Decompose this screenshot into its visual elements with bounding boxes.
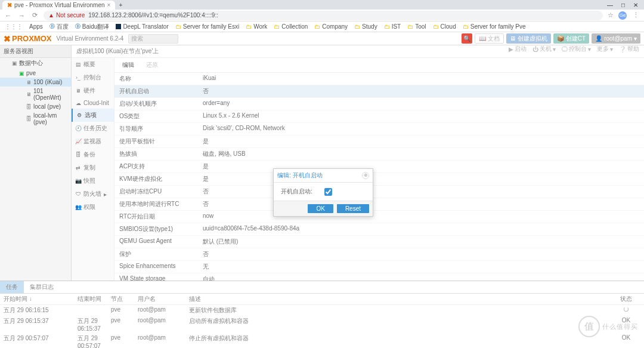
- option-key: Spice Enhancements: [119, 263, 203, 271]
- bookmark-item[interactable]: 🗀Study: [354, 23, 377, 30]
- start-button[interactable]: ▶ 启动: [509, 45, 527, 53]
- tree-vm-101[interactable]: 🖥101 (OpenWrt): [0, 87, 71, 102]
- nav-permissions[interactable]: 👥权限: [72, 201, 114, 214]
- option-row[interactable]: 名称iKuai: [114, 73, 644, 85]
- nav-backup[interactable]: 🗄备份: [72, 148, 114, 161]
- not-secure-badge: ▲ Not secure: [48, 12, 85, 19]
- window-maximize-icon[interactable]: □: [621, 2, 625, 8]
- apps-icon[interactable]: ⋮⋮⋮: [5, 23, 23, 30]
- user-menu[interactable]: 👤 root@pam ▾: [592, 33, 640, 44]
- autostart-checkbox[interactable]: [324, 188, 332, 196]
- option-row[interactable]: ACPI支持是: [114, 161, 644, 173]
- tree-node[interactable]: ▣pve: [0, 69, 71, 78]
- bookmark-item[interactable]: 🗀Cloud: [433, 23, 456, 30]
- help-button[interactable]: ❔ 帮助: [619, 45, 639, 53]
- browser-tab[interactable]: ✖ pve - Proxmox Virtual Environmen ×: [2, 1, 115, 10]
- window-minimize-icon[interactable]: —: [607, 2, 613, 8]
- option-key: QEMU Guest Agent: [119, 238, 203, 246]
- col-end[interactable]: 结束时间: [78, 295, 111, 303]
- bookmark-item[interactable]: 🗀Server for family Pve: [463, 23, 526, 30]
- option-row[interactable]: 使用平板指针是: [114, 135, 644, 148]
- option-value: uuid=ca8006f4-7c5e-438d-8590-84a: [203, 225, 299, 233]
- option-value: 否: [203, 200, 209, 208]
- log-row[interactable]: 五月 29 06:15:37五月 29 06:15:37pveroot@pam启…: [0, 316, 644, 333]
- nav-forward-icon[interactable]: →: [17, 12, 26, 19]
- dialog-close-icon[interactable]: ⊗: [362, 172, 369, 179]
- nav-summary[interactable]: ▤概要: [72, 58, 114, 71]
- nav-replication[interactable]: ⇄复制: [72, 161, 114, 174]
- bookmark-item[interactable]: Apps: [29, 23, 43, 30]
- window-close-icon[interactable]: ✕: [633, 2, 638, 8]
- nav-monitor[interactable]: 📈监视器: [72, 135, 114, 148]
- bookmark-item[interactable]: 🗀Tool: [407, 23, 426, 30]
- nav-reload-icon[interactable]: ⟳: [31, 11, 39, 19]
- bookmark-item[interactable]: ⒷBaidu翻译: [75, 23, 110, 31]
- nav-snapshot[interactable]: 📷快照: [72, 174, 114, 187]
- option-row[interactable]: 使用本地时间进行RTC否: [114, 198, 644, 211]
- tree-storage-local-lvm[interactable]: 🗄local-lvm (pve): [0, 111, 71, 127]
- log-row[interactable]: 五月 29 00:57:07五月 29 00:57:07pveroot@pam停…: [0, 333, 644, 348]
- option-row[interactable]: OS类型Linux 5.x - 2.6 Kernel: [114, 110, 644, 123]
- bookmark-item[interactable]: 🗀IST: [384, 23, 401, 30]
- tab-cluster-log[interactable]: 集群日志: [24, 281, 60, 293]
- nav-hardware[interactable]: 🖥硬件: [72, 84, 114, 97]
- shutdown-button[interactable]: ⏻ 关机 ▾: [532, 45, 556, 53]
- log-row[interactable]: 五月 29 06:16:15pveroot@pam更新软件包数据库: [0, 305, 644, 316]
- option-row[interactable]: Spice Enhancements无: [114, 261, 644, 273]
- option-value: 否: [203, 250, 209, 258]
- bookmark-item[interactable]: 🗀Work: [246, 23, 267, 30]
- nav-back-icon[interactable]: ←: [4, 12, 13, 19]
- option-row[interactable]: 引导顺序Disk 'scsi0', CD-ROM, Network: [114, 123, 644, 135]
- new-tab-button[interactable]: +: [115, 2, 126, 8]
- nav-console[interactable]: ›_控制台: [72, 71, 114, 84]
- close-icon[interactable]: ×: [107, 2, 111, 8]
- option-row[interactable]: 启动/关机顺序order=any: [114, 98, 644, 110]
- create-ct-button[interactable]: 📦 创建CT: [553, 33, 589, 44]
- nav-cloudinit[interactable]: ☁Cloud-Init: [72, 97, 114, 109]
- bookmark-item[interactable]: 🗀Server for family Esxi: [175, 23, 239, 30]
- more-button[interactable]: 更多 ▾: [597, 45, 613, 53]
- vm-action-bar: ▶ 启动 ⏻ 关机 ▾ 🖵 控制台 ▾ 更多 ▾ ❔ 帮助: [509, 45, 639, 53]
- menu-icon[interactable]: ⋮: [631, 11, 640, 19]
- col-start[interactable]: 开始时间 ↓: [0, 295, 78, 303]
- option-row[interactable]: 保护否: [114, 248, 644, 261]
- bookmark-item[interactable]: Ⓑ百度: [49, 23, 69, 31]
- option-row[interactable]: 启动时冻结CPU否: [114, 186, 644, 198]
- option-key: KVM硬件虚拟化: [119, 175, 203, 183]
- option-row[interactable]: QEMU Guest Agent默认 (已禁用): [114, 236, 644, 248]
- col-status[interactable]: 状态: [608, 295, 644, 303]
- option-row[interactable]: RTC开始日期now: [114, 211, 644, 223]
- console-button[interactable]: 🖵 控制台 ▾: [562, 45, 591, 53]
- dialog-title: 编辑: 开机自启动: [277, 171, 323, 180]
- bookmark-star-icon[interactable]: ☆: [608, 11, 614, 19]
- col-desc[interactable]: 描述: [189, 295, 608, 303]
- option-row[interactable]: SMBIOS设置(type1)uuid=ca8006f4-7c5e-438d-8…: [114, 223, 644, 236]
- option-key: 启动/关机顺序: [119, 100, 203, 108]
- docs-button[interactable]: 📖 文档: [475, 33, 504, 44]
- option-row[interactable]: KVM硬件虚拟化是: [114, 173, 644, 186]
- create-vm-button[interactable]: 🖥 创建虚拟机: [506, 33, 551, 44]
- search-input[interactable]: 搜索: [128, 34, 178, 44]
- option-key: 启动时冻结CPU: [119, 187, 203, 196]
- option-row[interactable]: 热拔插磁盘, 网络, USB: [114, 148, 644, 161]
- option-row[interactable]: 开机自启动否: [114, 85, 644, 98]
- nav-options[interactable]: ⚙选项: [72, 109, 114, 122]
- bookmark-item[interactable]: 🗀Collection: [274, 23, 308, 30]
- tree-datacenter[interactable]: ▣数据中心: [0, 58, 71, 69]
- col-user[interactable]: 用户名: [138, 295, 189, 303]
- option-value: 否: [203, 87, 209, 96]
- col-node[interactable]: 节点: [111, 295, 138, 303]
- bookmark-item[interactable]: DeepL Translator: [116, 23, 168, 30]
- search-button[interactable]: 🔍: [462, 33, 472, 44]
- tab-tasks[interactable]: 任务: [0, 281, 24, 293]
- bookmark-item[interactable]: 🗀Company: [314, 23, 348, 30]
- ok-button[interactable]: OK: [308, 204, 333, 213]
- url-field[interactable]: ▲ Not secure 192.168.123.2:8006/#v1:0:=q…: [44, 11, 603, 20]
- tree-vm-100[interactable]: 🖥100 (iKuai): [0, 78, 71, 87]
- nav-task-history[interactable]: 🕘任务历史: [72, 122, 114, 135]
- profile-avatar[interactable]: Ge: [618, 11, 627, 20]
- tree-storage-local[interactable]: 🗄local (pve): [0, 102, 71, 111]
- nav-firewall[interactable]: 🛡防火墙 ▸: [72, 187, 114, 201]
- reset-button[interactable]: Reset: [337, 204, 369, 213]
- edit-button[interactable]: 编辑: [118, 60, 138, 70]
